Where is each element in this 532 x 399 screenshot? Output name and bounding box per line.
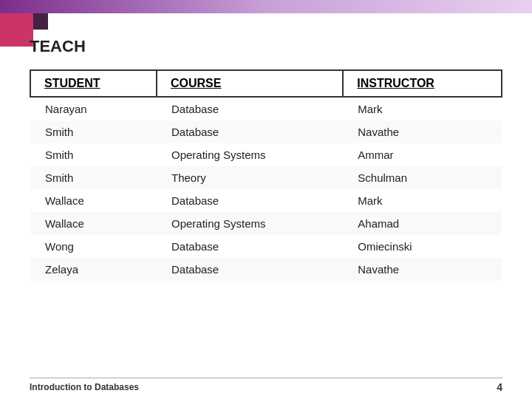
table-row: NarayanDatabaseMark	[30, 97, 502, 120]
footer: Introduction to Databases 4	[30, 378, 502, 393]
table-row: ZelayaDatabaseNavathe	[30, 258, 502, 281]
table-cell: Narayan	[30, 97, 157, 120]
top-bar	[0, 0, 532, 13]
col-header-instructor: INSTRUCTOR	[343, 70, 502, 97]
page-title: TEACH	[30, 37, 502, 56]
table-cell: Wong	[30, 235, 157, 258]
table-cell: Ammar	[343, 143, 502, 166]
table-cell: Schulman	[343, 166, 502, 189]
table-cell: Smith	[30, 166, 157, 189]
table-cell: Operating Systems	[157, 212, 343, 235]
table-cell: Smith	[30, 143, 157, 166]
table-cell: Database	[157, 120, 343, 143]
page-number: 4	[497, 381, 502, 393]
table-cell: Navathe	[343, 120, 502, 143]
table-cell: Theory	[157, 166, 343, 189]
table-cell: Wallace	[30, 189, 157, 212]
table-cell: Wallace	[30, 212, 157, 235]
col-header-course: COURSE	[157, 70, 343, 97]
table-row: WallaceOperating SystemsAhamad	[30, 212, 502, 235]
table-row: WongDatabaseOmiecinski	[30, 235, 502, 258]
table-header-row: STUDENT COURSE INSTRUCTOR	[30, 70, 502, 97]
table-cell: Ahamad	[343, 212, 502, 235]
pink-block	[0, 13, 33, 47]
table-cell: Database	[157, 189, 343, 212]
table-cell: Omiecinski	[343, 235, 502, 258]
table-cell: Operating Systems	[157, 143, 343, 166]
main-content: TEACH STUDENT COURSE INSTRUCTOR NarayanD…	[30, 22, 502, 369]
table-cell: Smith	[30, 120, 157, 143]
teach-table: STUDENT COURSE INSTRUCTOR NarayanDatabas…	[30, 69, 502, 281]
table-cell: Navathe	[343, 258, 502, 281]
table-cell: Zelaya	[30, 258, 157, 281]
table-cell: Database	[157, 97, 343, 120]
table-row: SmithTheorySchulman	[30, 166, 502, 189]
table-row: SmithOperating SystemsAmmar	[30, 143, 502, 166]
table-row: SmithDatabaseNavathe	[30, 120, 502, 143]
table-row: WallaceDatabaseMark	[30, 189, 502, 212]
footer-label: Introduction to Databases	[30, 382, 139, 392]
table-cell: Database	[157, 235, 343, 258]
col-header-student: STUDENT	[30, 70, 157, 97]
table-cell: Database	[157, 258, 343, 281]
table-cell: Mark	[343, 189, 502, 212]
table-cell: Mark	[343, 97, 502, 120]
